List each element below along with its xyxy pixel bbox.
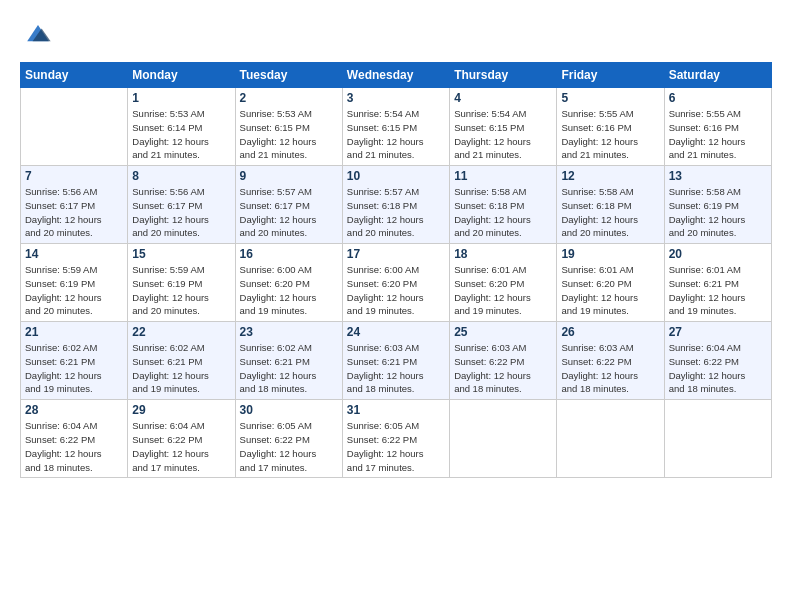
day-info: Sunrise: 5:56 AM Sunset: 6:17 PM Dayligh… xyxy=(25,185,123,240)
day-number: 8 xyxy=(132,169,230,183)
day-number: 9 xyxy=(240,169,338,183)
calendar-cell: 1Sunrise: 5:53 AM Sunset: 6:14 PM Daylig… xyxy=(128,88,235,166)
weekday-header-sunday: Sunday xyxy=(21,63,128,88)
day-info: Sunrise: 5:58 AM Sunset: 6:19 PM Dayligh… xyxy=(669,185,767,240)
day-number: 24 xyxy=(347,325,445,339)
day-number: 18 xyxy=(454,247,552,261)
day-number: 30 xyxy=(240,403,338,417)
calendar-cell: 9Sunrise: 5:57 AM Sunset: 6:17 PM Daylig… xyxy=(235,166,342,244)
day-number: 19 xyxy=(561,247,659,261)
day-number: 4 xyxy=(454,91,552,105)
day-info: Sunrise: 6:05 AM Sunset: 6:22 PM Dayligh… xyxy=(347,419,445,474)
calendar-cell xyxy=(450,400,557,478)
day-info: Sunrise: 5:55 AM Sunset: 6:16 PM Dayligh… xyxy=(669,107,767,162)
day-info: Sunrise: 5:53 AM Sunset: 6:14 PM Dayligh… xyxy=(132,107,230,162)
day-info: Sunrise: 5:53 AM Sunset: 6:15 PM Dayligh… xyxy=(240,107,338,162)
weekday-header-wednesday: Wednesday xyxy=(342,63,449,88)
day-number: 17 xyxy=(347,247,445,261)
day-number: 5 xyxy=(561,91,659,105)
day-info: Sunrise: 5:57 AM Sunset: 6:18 PM Dayligh… xyxy=(347,185,445,240)
day-number: 10 xyxy=(347,169,445,183)
day-info: Sunrise: 6:02 AM Sunset: 6:21 PM Dayligh… xyxy=(132,341,230,396)
calendar-cell: 14Sunrise: 5:59 AM Sunset: 6:19 PM Dayli… xyxy=(21,244,128,322)
calendar-cell: 8Sunrise: 5:56 AM Sunset: 6:17 PM Daylig… xyxy=(128,166,235,244)
day-info: Sunrise: 5:59 AM Sunset: 6:19 PM Dayligh… xyxy=(25,263,123,318)
calendar-cell: 28Sunrise: 6:04 AM Sunset: 6:22 PM Dayli… xyxy=(21,400,128,478)
day-info: Sunrise: 6:04 AM Sunset: 6:22 PM Dayligh… xyxy=(25,419,123,474)
day-info: Sunrise: 5:58 AM Sunset: 6:18 PM Dayligh… xyxy=(561,185,659,240)
day-number: 1 xyxy=(132,91,230,105)
day-info: Sunrise: 6:03 AM Sunset: 6:22 PM Dayligh… xyxy=(561,341,659,396)
calendar-cell: 25Sunrise: 6:03 AM Sunset: 6:22 PM Dayli… xyxy=(450,322,557,400)
day-info: Sunrise: 6:01 AM Sunset: 6:21 PM Dayligh… xyxy=(669,263,767,318)
weekday-header-saturday: Saturday xyxy=(664,63,771,88)
day-number: 6 xyxy=(669,91,767,105)
day-info: Sunrise: 6:01 AM Sunset: 6:20 PM Dayligh… xyxy=(561,263,659,318)
day-number: 25 xyxy=(454,325,552,339)
weekday-header-row: SundayMondayTuesdayWednesdayThursdayFrid… xyxy=(21,63,772,88)
calendar-week-row: 21Sunrise: 6:02 AM Sunset: 6:21 PM Dayli… xyxy=(21,322,772,400)
calendar-cell: 10Sunrise: 5:57 AM Sunset: 6:18 PM Dayli… xyxy=(342,166,449,244)
day-number: 3 xyxy=(347,91,445,105)
day-info: Sunrise: 6:03 AM Sunset: 6:21 PM Dayligh… xyxy=(347,341,445,396)
calendar-cell: 4Sunrise: 5:54 AM Sunset: 6:15 PM Daylig… xyxy=(450,88,557,166)
logo xyxy=(20,16,60,52)
day-info: Sunrise: 5:55 AM Sunset: 6:16 PM Dayligh… xyxy=(561,107,659,162)
calendar-cell: 20Sunrise: 6:01 AM Sunset: 6:21 PM Dayli… xyxy=(664,244,771,322)
calendar-cell: 30Sunrise: 6:05 AM Sunset: 6:22 PM Dayli… xyxy=(235,400,342,478)
weekday-header-thursday: Thursday xyxy=(450,63,557,88)
day-info: Sunrise: 6:00 AM Sunset: 6:20 PM Dayligh… xyxy=(240,263,338,318)
day-info: Sunrise: 5:58 AM Sunset: 6:18 PM Dayligh… xyxy=(454,185,552,240)
day-info: Sunrise: 6:04 AM Sunset: 6:22 PM Dayligh… xyxy=(132,419,230,474)
day-number: 11 xyxy=(454,169,552,183)
calendar-cell: 11Sunrise: 5:58 AM Sunset: 6:18 PM Dayli… xyxy=(450,166,557,244)
day-info: Sunrise: 5:54 AM Sunset: 6:15 PM Dayligh… xyxy=(347,107,445,162)
day-number: 27 xyxy=(669,325,767,339)
calendar-table: SundayMondayTuesdayWednesdayThursdayFrid… xyxy=(20,62,772,478)
day-info: Sunrise: 5:54 AM Sunset: 6:15 PM Dayligh… xyxy=(454,107,552,162)
calendar-cell: 7Sunrise: 5:56 AM Sunset: 6:17 PM Daylig… xyxy=(21,166,128,244)
calendar-cell xyxy=(557,400,664,478)
day-info: Sunrise: 5:57 AM Sunset: 6:17 PM Dayligh… xyxy=(240,185,338,240)
day-info: Sunrise: 6:03 AM Sunset: 6:22 PM Dayligh… xyxy=(454,341,552,396)
calendar-cell: 5Sunrise: 5:55 AM Sunset: 6:16 PM Daylig… xyxy=(557,88,664,166)
day-number: 12 xyxy=(561,169,659,183)
day-number: 7 xyxy=(25,169,123,183)
calendar-cell: 13Sunrise: 5:58 AM Sunset: 6:19 PM Dayli… xyxy=(664,166,771,244)
day-number: 29 xyxy=(132,403,230,417)
day-number: 13 xyxy=(669,169,767,183)
calendar-cell: 3Sunrise: 5:54 AM Sunset: 6:15 PM Daylig… xyxy=(342,88,449,166)
day-info: Sunrise: 6:01 AM Sunset: 6:20 PM Dayligh… xyxy=(454,263,552,318)
calendar-week-row: 1Sunrise: 5:53 AM Sunset: 6:14 PM Daylig… xyxy=(21,88,772,166)
calendar-cell: 15Sunrise: 5:59 AM Sunset: 6:19 PM Dayli… xyxy=(128,244,235,322)
calendar-cell: 29Sunrise: 6:04 AM Sunset: 6:22 PM Dayli… xyxy=(128,400,235,478)
day-number: 26 xyxy=(561,325,659,339)
calendar-cell: 23Sunrise: 6:02 AM Sunset: 6:21 PM Dayli… xyxy=(235,322,342,400)
day-number: 16 xyxy=(240,247,338,261)
day-number: 21 xyxy=(25,325,123,339)
calendar-cell xyxy=(21,88,128,166)
calendar-cell: 17Sunrise: 6:00 AM Sunset: 6:20 PM Dayli… xyxy=(342,244,449,322)
calendar-cell: 21Sunrise: 6:02 AM Sunset: 6:21 PM Dayli… xyxy=(21,322,128,400)
calendar-cell: 6Sunrise: 5:55 AM Sunset: 6:16 PM Daylig… xyxy=(664,88,771,166)
day-info: Sunrise: 5:56 AM Sunset: 6:17 PM Dayligh… xyxy=(132,185,230,240)
day-number: 20 xyxy=(669,247,767,261)
calendar-cell: 2Sunrise: 5:53 AM Sunset: 6:15 PM Daylig… xyxy=(235,88,342,166)
day-number: 23 xyxy=(240,325,338,339)
calendar-week-row: 14Sunrise: 5:59 AM Sunset: 6:19 PM Dayli… xyxy=(21,244,772,322)
day-info: Sunrise: 6:05 AM Sunset: 6:22 PM Dayligh… xyxy=(240,419,338,474)
calendar-week-row: 28Sunrise: 6:04 AM Sunset: 6:22 PM Dayli… xyxy=(21,400,772,478)
calendar-cell: 26Sunrise: 6:03 AM Sunset: 6:22 PM Dayli… xyxy=(557,322,664,400)
calendar-cell xyxy=(664,400,771,478)
calendar-week-row: 7Sunrise: 5:56 AM Sunset: 6:17 PM Daylig… xyxy=(21,166,772,244)
calendar-cell: 18Sunrise: 6:01 AM Sunset: 6:20 PM Dayli… xyxy=(450,244,557,322)
day-number: 2 xyxy=(240,91,338,105)
calendar-cell: 16Sunrise: 6:00 AM Sunset: 6:20 PM Dayli… xyxy=(235,244,342,322)
day-number: 14 xyxy=(25,247,123,261)
weekday-header-tuesday: Tuesday xyxy=(235,63,342,88)
calendar-cell: 24Sunrise: 6:03 AM Sunset: 6:21 PM Dayli… xyxy=(342,322,449,400)
day-info: Sunrise: 6:00 AM Sunset: 6:20 PM Dayligh… xyxy=(347,263,445,318)
calendar-cell: 12Sunrise: 5:58 AM Sunset: 6:18 PM Dayli… xyxy=(557,166,664,244)
header xyxy=(20,16,772,52)
weekday-header-friday: Friday xyxy=(557,63,664,88)
